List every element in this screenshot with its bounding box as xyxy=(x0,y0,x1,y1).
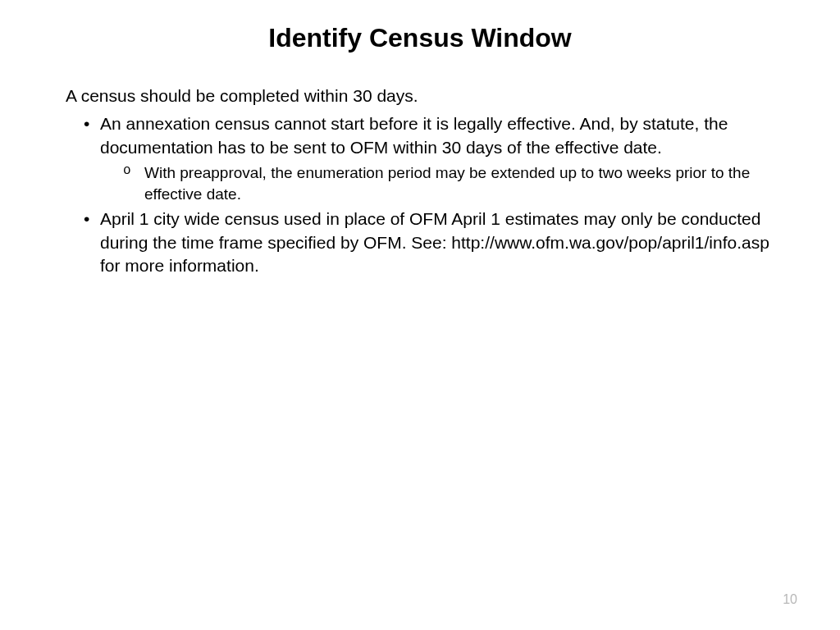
list-item: With preapproval, the enumeration period… xyxy=(123,162,774,204)
list-item: April 1 city wide census used in place o… xyxy=(84,208,774,277)
intro-text: A census should be completed within 30 d… xyxy=(66,84,774,107)
bullet-text: An annexation census cannot start before… xyxy=(100,114,728,156)
bullet-list: An annexation census cannot start before… xyxy=(66,112,774,277)
page-number: 10 xyxy=(783,592,797,607)
sub-bullet-list: With preapproval, the enumeration period… xyxy=(100,162,774,204)
bullet-text: April 1 city wide census used in place o… xyxy=(100,209,769,275)
list-item: An annexation census cannot start before… xyxy=(84,112,774,204)
slide-title: Identify Census Window xyxy=(66,23,774,53)
bullet-text: With preapproval, the enumeration period… xyxy=(144,164,750,203)
